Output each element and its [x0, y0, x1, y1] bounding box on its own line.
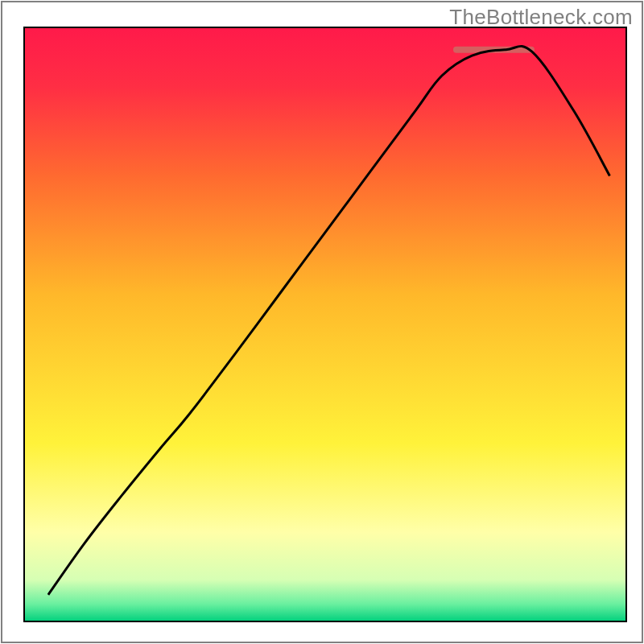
gradient-background: [24, 27, 626, 621]
chart-stage: TheBottleneck.com: [0, 0, 644, 644]
watermark-label: TheBottleneck.com: [449, 5, 633, 30]
chart-svg: [0, 0, 644, 644]
